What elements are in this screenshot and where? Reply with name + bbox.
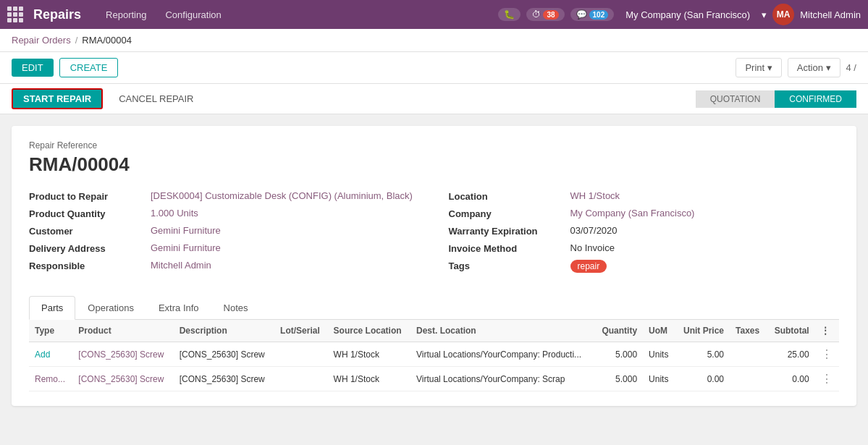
row-uom: Units — [643, 367, 675, 391]
breadcrumb-separator: / — [75, 35, 78, 46]
user-name[interactable]: Mitchell Admin — [800, 9, 861, 20]
row-source-location: WH 1/Stock — [328, 342, 410, 367]
row-description: [CONS_25630] Screw — [174, 367, 274, 391]
row-menu-icon[interactable]: ⋮ — [821, 373, 833, 385]
col-source-location: Source Location — [328, 320, 410, 342]
warranty-value: 03/07/2020 — [570, 225, 618, 236]
col-quantity: Quantity — [594, 320, 643, 342]
row-type[interactable]: Remo... — [29, 367, 72, 391]
timer-icon: ⏱ — [532, 9, 541, 20]
product-quantity-value: 1.000 Units — [151, 208, 198, 219]
row-product[interactable]: [CONS_25630] Screw — [72, 367, 173, 391]
row-uom: Units — [643, 342, 675, 367]
customer-row: Customer Gemini Furniture — [29, 225, 420, 237]
row-product[interactable]: [CONS_25630] Screw — [72, 342, 173, 367]
tags-label: Tags — [449, 260, 565, 271]
avatar[interactable]: MA — [772, 4, 794, 25]
col-dest-location: Dest. Location — [410, 320, 594, 342]
status-confirmed[interactable]: CONFIRMED — [775, 90, 856, 108]
customer-value[interactable]: Gemini Furniture — [151, 225, 221, 236]
product-to-repair-value[interactable]: [DESK0004] Customizable Desk (CONFIG) (A… — [151, 190, 413, 201]
cancel-repair-button[interactable]: CANCEL REPAIR — [109, 90, 203, 108]
delivery-address-row: Delivery Address Gemini Furniture — [29, 242, 420, 254]
responsible-label: Responsible — [29, 260, 145, 271]
repair-ref-label: Repair Reference — [29, 140, 839, 151]
product-to-repair-row: Product to Repair [DESK0004] Customizabl… — [29, 190, 420, 202]
status-quotation[interactable]: QUOTATION — [696, 90, 775, 108]
tag-repair-value[interactable]: repair — [570, 260, 607, 273]
tabs-container: Parts Operations Extra Info Notes — [29, 296, 839, 320]
invoice-method-row: Invoice Method No Invoice — [449, 242, 840, 254]
toolbar-right: Print ▾ Action ▾ 4 / — [736, 58, 856, 77]
debug-badge[interactable]: 🐛 — [498, 8, 521, 21]
form-section-left: Product to Repair [DESK0004] Customizabl… — [29, 190, 420, 279]
responsible-row: Responsible Mitchell Admin — [29, 260, 420, 271]
tags-row: Tags repair — [449, 260, 840, 273]
status-pipeline: QUOTATION CONFIRMED — [696, 90, 856, 108]
table-row: Remo... [CONS_25630] Screw [CONS_25630] … — [29, 367, 839, 391]
row-unit-price: 0.00 — [675, 367, 730, 391]
top-navigation: Repairs Reporting Configuration 🐛 ⏱ 38 💬… — [0, 0, 868, 29]
company-value[interactable]: My Company (San Francisco) — [570, 208, 695, 219]
start-repair-button[interactable]: START REPAIR — [12, 88, 103, 109]
action-bar: START REPAIR CANCEL REPAIR QUOTATION CON… — [0, 84, 868, 114]
repair-ref-value: RMA/00004 — [29, 153, 839, 176]
company-dropdown-icon[interactable]: ▾ — [762, 9, 767, 20]
main-content: Repair Reference RMA/00004 Product to Re… — [12, 126, 856, 406]
col-product: Product — [72, 320, 173, 342]
responsible-value[interactable]: Mitchell Admin — [151, 260, 211, 271]
location-label: Location — [449, 190, 565, 202]
row-lot-serial — [274, 342, 328, 367]
app-title: Repairs — [33, 7, 81, 22]
row-unit-price: 5.00 — [675, 342, 730, 367]
product-quantity-row: Product Quantity 1.000 Units — [29, 208, 420, 219]
print-button[interactable]: Print ▾ — [736, 58, 781, 77]
row-lot-serial — [274, 367, 328, 391]
invoice-method-label: Invoice Method — [449, 242, 565, 254]
product-to-repair-label: Product to Repair — [29, 190, 145, 202]
timer-badge[interactable]: ⏱ 38 — [526, 8, 564, 21]
row-quantity: 5.000 — [594, 342, 643, 367]
timer-count: 38 — [543, 10, 558, 20]
company-label: Company — [449, 208, 565, 219]
form-grid: Product to Repair [DESK0004] Customizabl… — [29, 190, 839, 279]
create-button[interactable]: CREATE — [59, 58, 119, 77]
delivery-address-label: Delivery Address — [29, 242, 145, 254]
row-dest-location: Virtual Locations/YourCompany: Scrap — [410, 367, 594, 391]
col-description: Description — [174, 320, 274, 342]
invoice-method-value: No Invoice — [570, 242, 615, 253]
tab-notes[interactable]: Notes — [211, 296, 261, 320]
col-uom: UoM — [643, 320, 675, 342]
col-taxes: Taxes — [730, 320, 767, 342]
location-value[interactable]: WH 1/Stock — [570, 190, 620, 201]
app-grid-icon[interactable] — [7, 7, 23, 22]
nav-configuration[interactable]: Configuration — [159, 7, 227, 23]
delivery-address-value[interactable]: Gemini Furniture — [151, 242, 221, 253]
product-quantity-label: Product Quantity — [29, 208, 145, 219]
nav-reporting[interactable]: Reporting — [100, 7, 152, 23]
col-unit-price: Unit Price — [675, 320, 730, 342]
row-taxes — [730, 342, 767, 367]
location-row: Location WH 1/Stock — [449, 190, 840, 202]
company-row: Company My Company (San Francisco) — [449, 208, 840, 219]
breadcrumb-parent[interactable]: Repair Orders — [12, 35, 71, 46]
col-type: Type — [29, 320, 72, 342]
tab-operations[interactable]: Operations — [75, 296, 146, 320]
edit-button[interactable]: EDIT — [12, 59, 54, 77]
row-menu[interactable]: ⋮ — [815, 342, 839, 367]
company-selector[interactable]: My Company (San Francisco) — [620, 7, 756, 23]
parts-table: Type Product Description Lot/Serial Sour… — [29, 320, 839, 391]
bug-icon: 🐛 — [504, 9, 515, 20]
col-lot-serial: Lot/Serial — [274, 320, 328, 342]
row-type[interactable]: Add — [29, 342, 72, 367]
message-badge[interactable]: 💬 102 — [570, 8, 615, 21]
row-dest-location: Virtual Locations/YourCompany: Producti.… — [410, 342, 594, 367]
tab-parts[interactable]: Parts — [29, 296, 75, 320]
row-description: [CONS_25630] Screw — [174, 342, 274, 367]
row-taxes — [730, 367, 767, 391]
tab-extra-info[interactable]: Extra Info — [146, 296, 211, 320]
row-menu[interactable]: ⋮ — [815, 367, 839, 391]
main-toolbar: EDIT CREATE Print ▾ Action ▾ 4 / — [0, 52, 868, 84]
row-menu-icon[interactable]: ⋮ — [821, 348, 833, 360]
action-button[interactable]: Action ▾ — [788, 58, 840, 77]
